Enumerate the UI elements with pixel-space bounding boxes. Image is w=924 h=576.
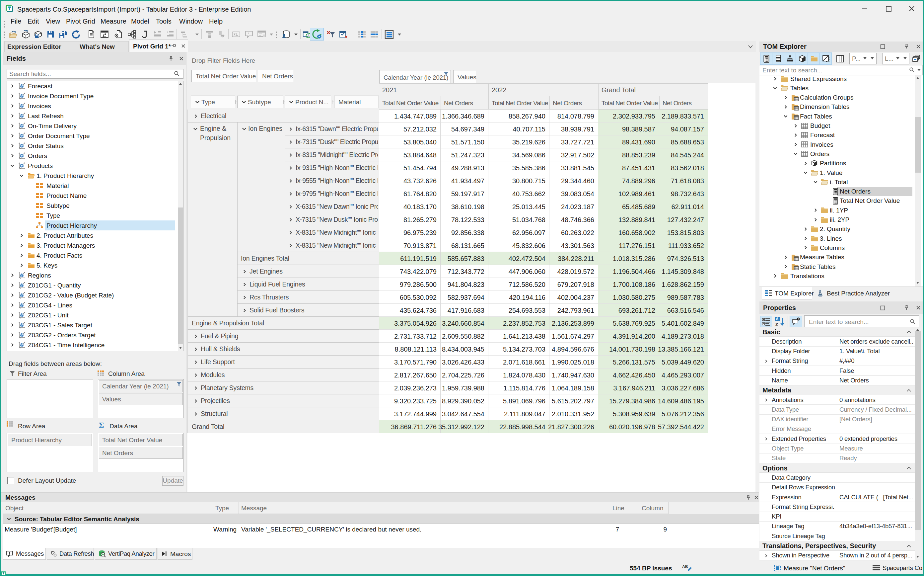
svg-text:A: A — [776, 317, 779, 322]
svg-text:Z: Z — [776, 322, 778, 327]
svg-text:AB: AB — [682, 564, 688, 569]
svg-text:Σ: Σ — [99, 421, 104, 429]
